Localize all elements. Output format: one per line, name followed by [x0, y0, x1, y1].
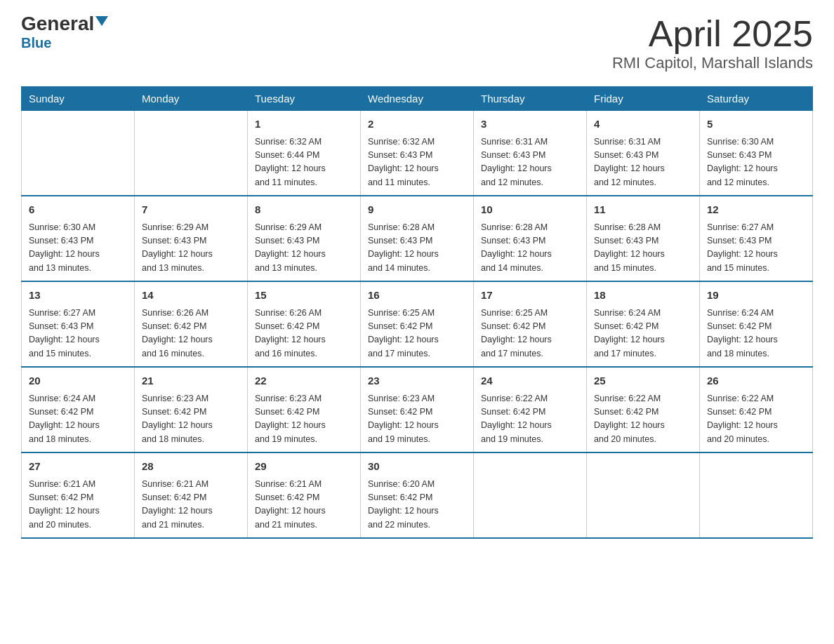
day-info: Sunrise: 6:26 AMSunset: 6:42 PMDaylight:…	[142, 307, 240, 361]
calendar-cell: 27Sunrise: 6:21 AMSunset: 6:42 PMDayligh…	[22, 452, 135, 538]
calendar-cell: 14Sunrise: 6:26 AMSunset: 6:42 PMDayligh…	[135, 281, 248, 367]
calendar-table: Sunday Monday Tuesday Wednesday Thursday…	[21, 86, 813, 539]
day-info: Sunrise: 6:22 AMSunset: 6:42 PMDaylight:…	[707, 392, 805, 447]
calendar-cell: 22Sunrise: 6:23 AMSunset: 6:42 PMDayligh…	[248, 367, 361, 452]
calendar-cell: 25Sunrise: 6:22 AMSunset: 6:42 PMDayligh…	[587, 367, 700, 452]
calendar-cell: 11Sunrise: 6:28 AMSunset: 6:43 PMDayligh…	[587, 196, 700, 281]
col-thursday: Thursday	[474, 87, 587, 111]
day-info: Sunrise: 6:28 AMSunset: 6:43 PMDaylight:…	[594, 221, 692, 276]
day-number: 14	[142, 288, 240, 304]
day-number: 25	[594, 373, 692, 389]
day-number: 1	[255, 116, 353, 133]
day-number: 15	[255, 288, 353, 304]
day-number: 24	[481, 373, 579, 389]
day-info: Sunrise: 6:23 AMSunset: 6:42 PMDaylight:…	[142, 392, 240, 447]
col-sunday: Sunday	[22, 87, 135, 111]
day-info: Sunrise: 6:32 AMSunset: 6:43 PMDaylight:…	[368, 135, 466, 190]
calendar-cell: 6Sunrise: 6:30 AMSunset: 6:43 PMDaylight…	[22, 196, 135, 281]
day-info: Sunrise: 6:30 AMSunset: 6:43 PMDaylight:…	[29, 221, 127, 276]
calendar-cell: 15Sunrise: 6:26 AMSunset: 6:42 PMDayligh…	[248, 281, 361, 367]
day-info: Sunrise: 6:21 AMSunset: 6:42 PMDaylight:…	[29, 478, 127, 532]
day-info: Sunrise: 6:24 AMSunset: 6:42 PMDaylight:…	[707, 307, 805, 361]
day-number: 26	[707, 373, 805, 389]
calendar-week-row: 6Sunrise: 6:30 AMSunset: 6:43 PMDaylight…	[22, 196, 813, 281]
day-info: Sunrise: 6:28 AMSunset: 6:43 PMDaylight:…	[481, 221, 579, 276]
calendar-cell: 17Sunrise: 6:25 AMSunset: 6:42 PMDayligh…	[474, 281, 587, 367]
calendar-cell: 9Sunrise: 6:28 AMSunset: 6:43 PMDaylight…	[361, 196, 474, 281]
day-number: 17	[481, 288, 579, 304]
page-subtitle: RMI Capitol, Marshall Islands	[612, 54, 813, 72]
days-of-week-row: Sunday Monday Tuesday Wednesday Thursday…	[22, 87, 813, 111]
day-number: 4	[594, 116, 692, 133]
day-number: 21	[142, 373, 240, 389]
day-number: 7	[142, 202, 240, 218]
day-info: Sunrise: 6:32 AMSunset: 6:44 PMDaylight:…	[255, 135, 353, 190]
day-info: Sunrise: 6:28 AMSunset: 6:43 PMDaylight:…	[368, 221, 466, 276]
day-info: Sunrise: 6:25 AMSunset: 6:42 PMDaylight:…	[368, 307, 466, 361]
calendar-cell	[474, 452, 587, 538]
day-info: Sunrise: 6:27 AMSunset: 6:43 PMDaylight:…	[29, 307, 127, 361]
col-friday: Friday	[587, 87, 700, 111]
col-tuesday: Tuesday	[248, 87, 361, 111]
calendar-cell: 26Sunrise: 6:22 AMSunset: 6:42 PMDayligh…	[700, 367, 813, 452]
day-number: 8	[255, 202, 353, 218]
calendar-header: Sunday Monday Tuesday Wednesday Thursday…	[22, 87, 813, 111]
day-number: 3	[481, 116, 579, 133]
logo: General Blue	[21, 14, 108, 51]
calendar-cell: 2Sunrise: 6:32 AMSunset: 6:43 PMDaylight…	[361, 111, 474, 196]
logo-blue-text: Blue	[21, 35, 51, 51]
calendar-cell: 4Sunrise: 6:31 AMSunset: 6:43 PMDaylight…	[587, 111, 700, 196]
calendar-cell: 21Sunrise: 6:23 AMSunset: 6:42 PMDayligh…	[135, 367, 248, 452]
day-info: Sunrise: 6:31 AMSunset: 6:43 PMDaylight:…	[594, 135, 692, 190]
calendar-cell: 10Sunrise: 6:28 AMSunset: 6:43 PMDayligh…	[474, 196, 587, 281]
day-number: 30	[368, 459, 466, 475]
day-number: 6	[29, 202, 127, 218]
day-number: 10	[481, 202, 579, 218]
day-info: Sunrise: 6:25 AMSunset: 6:42 PMDaylight:…	[481, 307, 579, 361]
day-info: Sunrise: 6:30 AMSunset: 6:43 PMDaylight:…	[707, 135, 805, 190]
day-info: Sunrise: 6:20 AMSunset: 6:42 PMDaylight:…	[368, 478, 466, 532]
calendar-cell: 7Sunrise: 6:29 AMSunset: 6:43 PMDaylight…	[135, 196, 248, 281]
calendar-cell: 1Sunrise: 6:32 AMSunset: 6:44 PMDaylight…	[248, 111, 361, 196]
title-block: April 2025 RMI Capitol, Marshall Islands	[612, 14, 813, 72]
day-info: Sunrise: 6:29 AMSunset: 6:43 PMDaylight:…	[142, 221, 240, 276]
calendar-cell: 29Sunrise: 6:21 AMSunset: 6:42 PMDayligh…	[248, 452, 361, 538]
day-info: Sunrise: 6:24 AMSunset: 6:42 PMDaylight:…	[594, 307, 692, 361]
col-saturday: Saturday	[700, 87, 813, 111]
day-number: 23	[368, 373, 466, 389]
calendar-cell: 12Sunrise: 6:27 AMSunset: 6:43 PMDayligh…	[700, 196, 813, 281]
calendar-cell	[22, 111, 135, 196]
day-info: Sunrise: 6:29 AMSunset: 6:43 PMDaylight:…	[255, 221, 353, 276]
day-info: Sunrise: 6:21 AMSunset: 6:42 PMDaylight:…	[142, 478, 240, 532]
day-info: Sunrise: 6:26 AMSunset: 6:42 PMDaylight:…	[255, 307, 353, 361]
calendar-cell: 24Sunrise: 6:22 AMSunset: 6:42 PMDayligh…	[474, 367, 587, 452]
calendar-cell: 5Sunrise: 6:30 AMSunset: 6:43 PMDaylight…	[700, 111, 813, 196]
day-info: Sunrise: 6:22 AMSunset: 6:42 PMDaylight:…	[594, 392, 692, 447]
day-info: Sunrise: 6:22 AMSunset: 6:42 PMDaylight:…	[481, 392, 579, 447]
page-title: April 2025	[612, 14, 813, 54]
calendar-week-row: 13Sunrise: 6:27 AMSunset: 6:43 PMDayligh…	[22, 281, 813, 367]
day-info: Sunrise: 6:27 AMSunset: 6:43 PMDaylight:…	[707, 221, 805, 276]
day-info: Sunrise: 6:21 AMSunset: 6:42 PMDaylight:…	[255, 478, 353, 532]
day-number: 9	[368, 202, 466, 218]
calendar-cell: 13Sunrise: 6:27 AMSunset: 6:43 PMDayligh…	[22, 281, 135, 367]
calendar-cell: 23Sunrise: 6:23 AMSunset: 6:42 PMDayligh…	[361, 367, 474, 452]
day-info: Sunrise: 6:23 AMSunset: 6:42 PMDaylight:…	[255, 392, 353, 447]
day-number: 20	[29, 373, 127, 389]
logo-triangle-icon	[95, 16, 108, 26]
calendar-week-row: 20Sunrise: 6:24 AMSunset: 6:42 PMDayligh…	[22, 367, 813, 452]
day-number: 19	[707, 288, 805, 304]
day-info: Sunrise: 6:23 AMSunset: 6:42 PMDaylight:…	[368, 392, 466, 447]
day-number: 22	[255, 373, 353, 389]
day-number: 28	[142, 459, 240, 475]
calendar-cell: 3Sunrise: 6:31 AMSunset: 6:43 PMDaylight…	[474, 111, 587, 196]
calendar-body: 1Sunrise: 6:32 AMSunset: 6:44 PMDaylight…	[22, 111, 813, 539]
calendar-week-row: 1Sunrise: 6:32 AMSunset: 6:44 PMDaylight…	[22, 111, 813, 196]
day-number: 27	[29, 459, 127, 475]
day-number: 16	[368, 288, 466, 304]
calendar-cell: 28Sunrise: 6:21 AMSunset: 6:42 PMDayligh…	[135, 452, 248, 538]
calendar-cell: 19Sunrise: 6:24 AMSunset: 6:42 PMDayligh…	[700, 281, 813, 367]
page-header: General Blue April 2025 RMI Capitol, Mar…	[21, 14, 813, 72]
calendar-cell: 8Sunrise: 6:29 AMSunset: 6:43 PMDaylight…	[248, 196, 361, 281]
day-info: Sunrise: 6:31 AMSunset: 6:43 PMDaylight:…	[481, 135, 579, 190]
